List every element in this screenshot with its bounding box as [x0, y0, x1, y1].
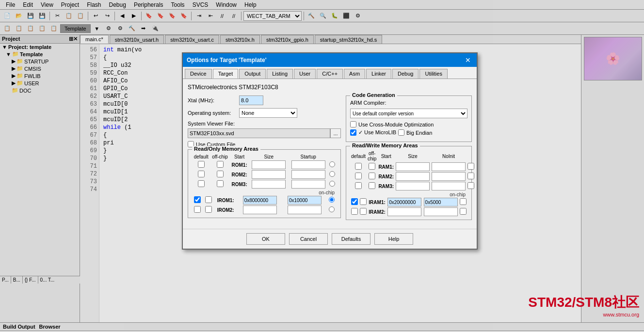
iram2-size[interactable]: [424, 207, 458, 216]
ram1-noinit[interactable]: [467, 163, 474, 170]
rom3-size[interactable]: [291, 180, 325, 189]
irom2-row: IROM2:: [192, 205, 337, 215]
big-endian-label: Big Endian: [406, 130, 432, 136]
big-endian-checkbox[interactable]: [398, 129, 404, 136]
ram2-default-cb[interactable]: [355, 173, 362, 179]
svf-label: System Viewer File:: [188, 121, 341, 126]
cancel-button[interactable]: Cancel: [289, 233, 328, 245]
irom2-startup[interactable]: [329, 206, 335, 212]
irom2-size[interactable]: [288, 206, 322, 214]
ram1-start[interactable]: [396, 162, 430, 171]
iram2-default-cb[interactable]: [351, 208, 358, 215]
rom3-offchip-cb[interactable]: [217, 180, 224, 187]
iram1-noinit[interactable]: [460, 198, 467, 205]
rom2-default-cb[interactable]: [198, 171, 205, 177]
dialog-tab-device[interactable]: Device: [185, 69, 212, 79]
irom2-default-cb[interactable]: [194, 206, 201, 213]
ram1-offchip-cb[interactable]: [369, 163, 375, 170]
rom-col-startup: Startup: [289, 154, 328, 160]
dialog-titlebar: Options for Target 'Template' ✕: [183, 53, 477, 67]
iram2-start[interactable]: [387, 207, 421, 216]
rom-col-default: default: [192, 154, 210, 160]
ram3-offchip-cb[interactable]: [369, 182, 375, 189]
rom1-start[interactable]: [252, 160, 286, 169]
ram-group: Read/Write Memory Areas default off-chip…: [346, 146, 472, 220]
xtal-input[interactable]: [239, 95, 263, 105]
ram3-start[interactable]: [396, 182, 430, 190]
dialog-tab-utilities[interactable]: Utilities: [419, 69, 447, 79]
iram1-start[interactable]: [387, 198, 421, 206]
rom-onchip-label: on-chip: [192, 190, 337, 195]
ram-onchip-label: on-chip: [350, 192, 467, 197]
irom1-default-cb[interactable]: [194, 196, 201, 203]
dialog-tab-asm[interactable]: Asm: [344, 69, 365, 79]
rom2-size[interactable]: [291, 170, 325, 179]
irom1-start[interactable]: [243, 196, 277, 205]
ram1-name: RAM1:: [378, 164, 394, 170]
dialog-tab-listing[interactable]: Listing: [267, 69, 293, 79]
dialog-columns: Xtal (MHz): Operating system: None Syste…: [188, 95, 472, 224]
arm-compiler-row: ARM Compiler:: [350, 100, 467, 106]
microlib-row: ✓ Use MicroLIB Big Endian: [350, 129, 467, 136]
help-button[interactable]: Help: [374, 233, 413, 245]
svf-row: ...: [188, 128, 341, 138]
ram-col-size: Size: [395, 150, 431, 162]
rom-col-start: Start: [230, 154, 249, 160]
dialog-tab-cpp[interactable]: C/C++: [317, 69, 343, 79]
cross-module-checkbox[interactable]: [350, 121, 356, 127]
irom2-name: IROM2:: [217, 207, 234, 213]
modal-overlay: Options for Target 'Template' ✕ Device T…: [0, 0, 644, 332]
svf-input[interactable]: [188, 128, 330, 138]
ram1-size[interactable]: [432, 162, 466, 171]
ram1-default-cb[interactable]: [355, 163, 362, 170]
irom2-offchip-cb[interactable]: [205, 206, 212, 213]
arm-compiler-select[interactable]: Use default compiler version: [350, 109, 467, 118]
irom1-name: IROM1:: [217, 198, 234, 203]
ram2-offchip-cb[interactable]: [369, 173, 375, 179]
dialog-content: STMicroelectronics STM32F103C8 Xtal (MHz…: [183, 79, 477, 229]
rom1-offchip-cb[interactable]: [217, 161, 224, 168]
cross-module-row: Use Cross-Module Optimization: [350, 121, 467, 127]
dialog-tab-debug[interactable]: Debug: [392, 69, 419, 79]
rom1-size[interactable]: [291, 160, 325, 169]
iram2-noinit[interactable]: [460, 208, 467, 215]
rom3-row: ROM3:: [192, 179, 337, 189]
rom3-start[interactable]: [252, 180, 286, 189]
ram-col-start: Start: [377, 150, 395, 162]
rom1-startup[interactable]: [329, 161, 335, 167]
rom2-offchip-cb[interactable]: [217, 171, 224, 177]
ram3-default-cb[interactable]: [355, 182, 362, 189]
os-select[interactable]: None: [239, 108, 297, 118]
dialog-tab-user[interactable]: User: [294, 69, 316, 79]
rom1-default-cb[interactable]: [198, 161, 205, 168]
rom2-startup[interactable]: [329, 171, 335, 177]
dialog-tab-output[interactable]: Output: [239, 69, 266, 79]
irom1-offchip-cb[interactable]: [205, 196, 212, 203]
iram1-default-cb[interactable]: [351, 198, 358, 205]
dialog-tab-linker[interactable]: Linker: [366, 69, 391, 79]
irom1-size[interactable]: [288, 196, 322, 205]
os-label: Operating system:: [188, 110, 236, 116]
ram3-noinit[interactable]: [467, 182, 474, 189]
irom1-startup[interactable]: [329, 197, 335, 203]
ram2-start[interactable]: [396, 172, 430, 181]
ram3-size[interactable]: [432, 182, 466, 190]
rom3-startup[interactable]: [329, 181, 335, 187]
rom3-default-cb[interactable]: [198, 180, 205, 187]
ram2-noinit[interactable]: [467, 173, 474, 179]
svf-browse-btn[interactable]: ...: [330, 128, 341, 138]
rom-col-offchip: off-chip: [210, 154, 229, 160]
rom-group-title: Read/Only Memory Areas: [192, 146, 260, 152]
dialog-tabs: Device Target Output Listing User C/C++ …: [183, 67, 477, 79]
irom2-start[interactable]: [243, 206, 277, 214]
microlib-checkbox[interactable]: [350, 129, 356, 136]
iram1-size[interactable]: [424, 198, 458, 206]
defaults-button[interactable]: Defaults: [332, 233, 370, 245]
dialog-tab-target[interactable]: Target: [213, 69, 239, 79]
ram2-size[interactable]: [432, 172, 466, 181]
iram2-offchip-cb[interactable]: [360, 208, 367, 215]
rom2-start[interactable]: [252, 170, 286, 179]
dialog-close-button[interactable]: ✕: [463, 55, 473, 65]
iram1-offchip-cb[interactable]: [360, 198, 367, 205]
ok-button[interactable]: OK: [246, 233, 285, 245]
